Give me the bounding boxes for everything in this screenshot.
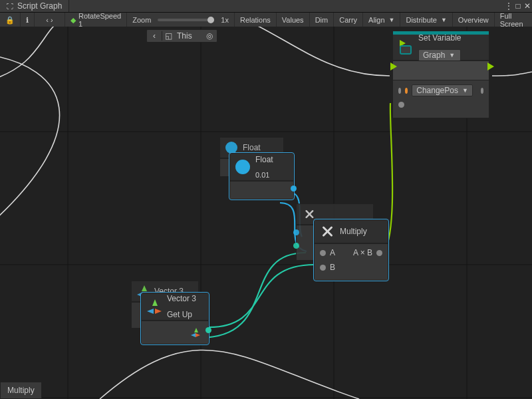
node-multiply[interactable]: Multiply A A × B B — [314, 219, 388, 281]
window-title: Script Graph — [17, 1, 62, 11]
value-in-port[interactable] — [398, 102, 404, 108]
float-icon — [225, 142, 237, 154]
flow-row — [393, 61, 489, 80]
window-tab[interactable]: ⛶ Script Graph — [0, 0, 69, 12]
node-subtitle: Get Up — [167, 310, 196, 319]
b-label: B — [330, 263, 335, 272]
status-label: Multiply — [7, 386, 35, 395]
result-out-port[interactable] — [376, 250, 382, 256]
variable-name: RotateSpeed 1 — [78, 12, 121, 28]
node-title: Float — [255, 155, 273, 164]
multiply-icon — [303, 208, 315, 220]
scope-dropdown[interactable]: Graph▼ — [418, 49, 461, 61]
distribute-dropdown[interactable]: Distribute▼ — [400, 13, 452, 27]
zoom-slider[interactable] — [158, 19, 214, 21]
axes-mini-icon — [191, 328, 200, 337]
context-this: This — [177, 31, 202, 41]
axb-label: A × B — [353, 248, 372, 257]
graph-canvas[interactable]: Set Variable Graph▼ ChangePos▼ Float — [0, 27, 532, 399]
hierarchy-icon: ⛶ — [7, 3, 13, 10]
values-button[interactable]: Values — [277, 13, 310, 27]
a-in-port[interactable] — [320, 250, 326, 256]
toolbar: 🔒 ℹ ‹ › ◆ RotateSpeed 1 Zoom 1x Relation… — [0, 13, 532, 28]
variable-dropdown[interactable]: ChangePos▼ — [412, 84, 473, 96]
status-footer: Multiply — [0, 382, 42, 399]
value-out-port[interactable] — [481, 88, 483, 94]
a-label: A — [330, 248, 335, 257]
zoom-value: 1x — [221, 16, 229, 24]
fullscreen-button[interactable]: Full Screen — [495, 13, 532, 27]
dim-button[interactable]: Dim — [310, 13, 334, 27]
zoom-slider-knob[interactable] — [207, 17, 214, 23]
window-menu-icon[interactable]: ⋮ — [504, 1, 513, 11]
variable-chip[interactable]: ◆ RotateSpeed 1 — [65, 13, 127, 27]
node-set-variable[interactable]: Set Variable Graph▼ ChangePos▼ — [392, 31, 489, 118]
node-float[interactable]: Float 0.01 — [229, 153, 294, 200]
b-in-port[interactable] — [320, 265, 326, 271]
zoom-label: Zoom — [132, 16, 151, 24]
context-target-icon[interactable]: ◎ — [202, 31, 217, 41]
code-icon: ‹ › — [46, 16, 53, 24]
multiply-icon — [320, 224, 334, 239]
carry-button[interactable]: Carry — [334, 13, 363, 27]
window-maximize-icon[interactable]: □ — [513, 1, 523, 11]
name-in-port[interactable] — [398, 88, 401, 94]
node-title: Float — [243, 143, 261, 152]
window-close-icon[interactable]: ✕ — [523, 1, 532, 11]
info-icon: ℹ — [26, 16, 29, 25]
lock-icon: 🔒 — [5, 16, 15, 25]
node-title: Multiply — [340, 227, 367, 236]
float-icon — [235, 160, 250, 174]
window-tabbar: ⛶ Script Graph ⋮ □ ✕ — [0, 0, 532, 13]
overview-button[interactable]: Overview — [453, 13, 495, 27]
back-button[interactable]: ‹ — [147, 31, 162, 41]
out-port[interactable] — [205, 327, 211, 333]
var-type-dot — [405, 88, 408, 94]
info-button[interactable]: ℹ — [21, 13, 35, 27]
node-title: Set Variable — [418, 33, 461, 43]
set-variable-icon — [398, 40, 413, 55]
flow-out-port[interactable] — [487, 63, 494, 70]
flow-in-port[interactable] — [390, 63, 397, 70]
code-button[interactable]: ‹ › — [35, 13, 65, 27]
align-dropdown[interactable]: Align▼ — [363, 13, 400, 27]
zoom-control: Zoom 1x — [127, 13, 235, 27]
node-vector3-getup[interactable]: Vector 3 Get Up — [141, 293, 209, 344]
cube-icon: ◱ — [165, 31, 174, 41]
float-value: 0.01 — [255, 171, 273, 179]
a-in-port[interactable] — [293, 229, 299, 235]
context-bar[interactable]: ‹ ◱ This ◎ — [146, 29, 217, 43]
node-title: Vector 3 — [167, 294, 196, 303]
value-out-port[interactable] — [291, 186, 297, 192]
tag-icon: ◆ — [70, 16, 76, 25]
b-in-port[interactable] — [293, 243, 299, 249]
relations-button[interactable]: Relations — [235, 13, 277, 27]
axes-icon — [147, 299, 162, 314]
lock-button[interactable]: 🔒 — [0, 13, 21, 27]
